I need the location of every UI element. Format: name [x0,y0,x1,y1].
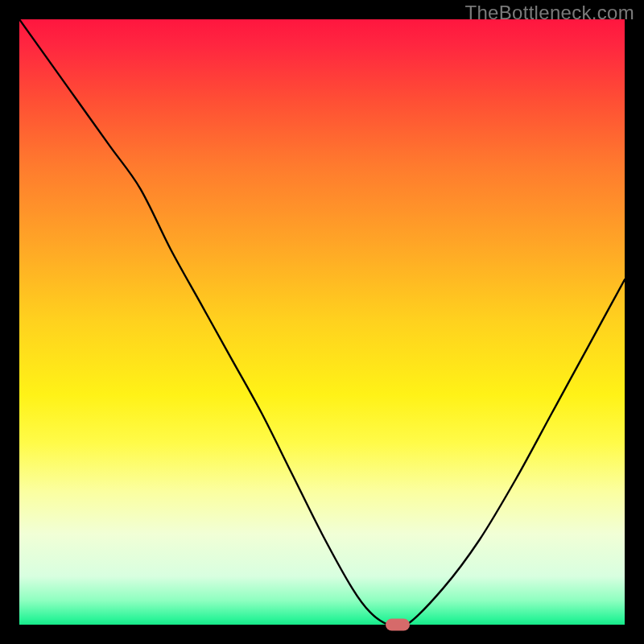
bottleneck-curve [19,19,625,625]
bottleneck-marker [386,619,410,631]
watermark-text: TheBottleneck.com [464,2,634,24]
plot-area [19,19,625,625]
chart-frame: TheBottleneck.com [0,0,644,644]
